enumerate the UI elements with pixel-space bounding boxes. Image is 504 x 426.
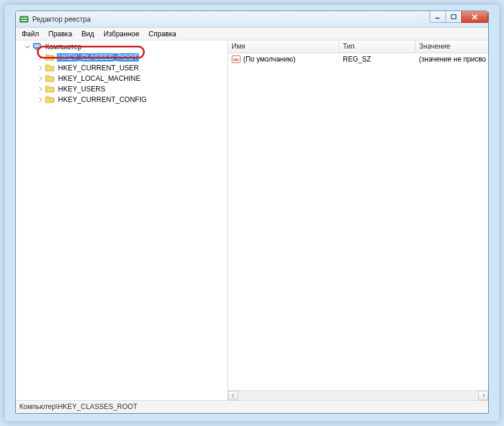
tree-item-hkcc[interactable]: HKEY_CURRENT_CONFIG [17,94,227,105]
menu-help[interactable]: Справка [144,28,181,40]
expand-icon[interactable] [37,75,44,82]
tree-pane[interactable]: Компьютер HKEY_CLASSES_ROOT [16,40,228,400]
list-body[interactable]: ab (По умолчанию) REG_SZ (значение не пр… [228,53,488,390]
col-name[interactable]: Имя [228,40,339,53]
tree-item-hklm[interactable]: HKEY_LOCAL_MACHINE [17,73,227,84]
scroll-track[interactable] [238,391,478,400]
computer-icon [32,42,42,52]
folder-icon [45,74,55,83]
scroll-right-button[interactable] [478,391,488,400]
menu-edit[interactable]: Правка [44,28,77,40]
expand-icon[interactable] [37,96,44,103]
list-item-default[interactable]: ab (По умолчанию) REG_SZ (значение не пр… [228,54,488,64]
tree-item-hku[interactable]: HKEY_USERS [17,84,227,94]
folder-icon [45,63,55,73]
svg-rect-1 [21,18,23,19]
window-title: Редактор реестра [32,15,91,23]
expand-icon[interactable] [37,86,44,93]
value-type: REG_SZ [339,55,416,63]
list-header: Имя Тип Значение [228,40,488,53]
tree-label: HKEY_LOCAL_MACHINE [57,74,142,83]
tree-label: Компьютер [44,43,83,51]
tree-item-hkcr[interactable]: HKEY_CLASSES_ROOT [17,52,227,63]
client-area: Компьютер HKEY_CLASSES_ROOT [16,40,488,400]
menu-file[interactable]: Файл [17,28,44,40]
menubar: Файл Правка Вид Избранное Справка [16,28,488,40]
app-icon [19,15,29,24]
tree-label: HKEY_USERS [57,85,107,93]
string-value-icon: ab [231,54,241,64]
menu-view[interactable]: Вид [77,28,99,40]
expand-icon[interactable] [37,54,44,61]
svg-rect-3 [21,20,27,21]
tree-label: HKEY_CURRENT_CONFIG [57,96,148,104]
statusbar: Компьютер\HKEY_CLASSES_ROOT [16,400,488,413]
titlebar[interactable]: Редактор реестра [16,11,488,28]
svg-rect-6 [34,44,40,47]
tree-label: HKEY_CLASSES_ROOT [57,53,139,62]
menu-favorites[interactable]: Избранное [99,28,144,40]
col-value[interactable]: Значение [416,40,488,53]
scroll-left-button[interactable] [228,391,238,400]
svg-text:ab: ab [233,57,239,62]
svg-rect-0 [20,16,28,22]
app-window: Редактор реестра Файл Правка Вид Избранн… [15,11,489,414]
svg-rect-7 [35,49,39,50]
folder-icon [45,53,55,62]
status-path: Компьютер\HKEY_CLASSES_ROOT [19,403,138,411]
maximize-button[interactable] [445,11,462,23]
list-pane: Имя Тип Значение ab (По умолчанию) [228,40,488,400]
minimize-button[interactable] [430,11,446,23]
folder-icon [45,84,55,94]
horizontal-scrollbar[interactable] [228,390,488,400]
collapse-icon[interactable] [24,43,31,50]
close-button[interactable] [461,11,488,23]
value-data: (значение не присво [416,55,488,63]
tree-label: HKEY_CURRENT_USER [57,64,140,72]
col-type[interactable]: Тип [339,40,416,53]
window-controls [430,11,488,23]
svg-rect-4 [451,15,456,19]
svg-rect-2 [24,18,27,19]
tree-item-hkcu[interactable]: HKEY_CURRENT_USER [17,63,227,73]
value-name: (По умолчанию) [243,55,295,63]
folder-icon [45,95,55,104]
tree-root[interactable]: Компьютер [17,42,227,52]
expand-icon[interactable] [37,64,44,71]
